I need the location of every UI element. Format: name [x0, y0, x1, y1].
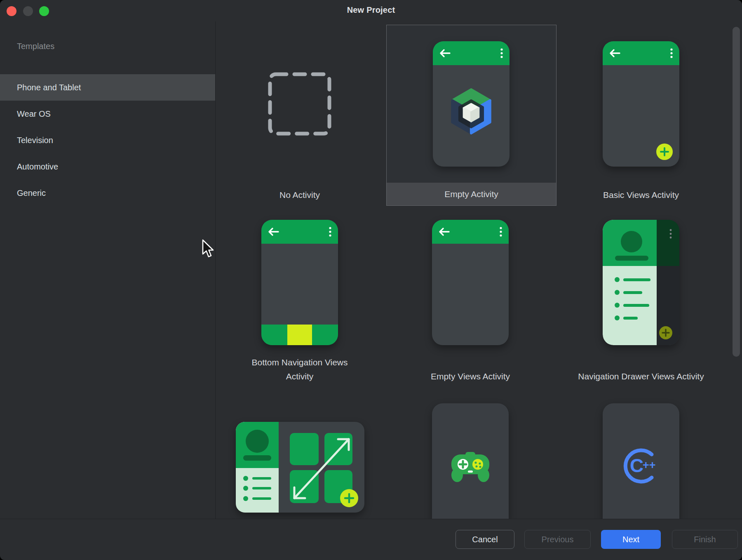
selected-label-strip: Empty Activity	[387, 183, 556, 205]
bottom-nav-bar	[261, 325, 338, 345]
svg-text:++: ++	[643, 459, 656, 471]
drawer-header	[603, 220, 657, 266]
drawer-header	[236, 422, 279, 468]
vertical-scrollbar-thumb[interactable]	[733, 27, 740, 357]
cpp-logo-icon: C ++	[619, 445, 663, 487]
game-controller-phone	[432, 403, 509, 519]
template-label: Bottom Navigation Views Activity	[244, 355, 355, 384]
template-adaptive-layout[interactable]	[236, 422, 364, 513]
fab-plus-dim-icon	[659, 326, 672, 339]
back-arrow-icon	[608, 49, 622, 58]
template-label: Basic Views Activity	[559, 188, 723, 202]
overflow-menu-icon	[500, 48, 503, 58]
sidebar-item-phone-and-tablet[interactable]: Phone and Tablet	[0, 74, 215, 101]
phone-with-nav-drawer	[603, 220, 679, 345]
template-label: No Activity	[217, 188, 382, 202]
cpp-logo-phone: C ++	[603, 403, 679, 519]
phone-appbar	[261, 220, 338, 244]
sidebar-item-label: Phone and Tablet	[17, 83, 81, 92]
plain-phone	[432, 220, 509, 345]
dashed-placeholder-icon	[268, 72, 332, 136]
svg-text:C: C	[630, 455, 643, 476]
drawer-title-bar	[615, 256, 648, 261]
overflow-menu-icon	[670, 48, 673, 58]
footer-divider	[0, 519, 742, 519]
template-gallery: No Activity	[216, 21, 742, 519]
phone-appbar	[433, 41, 510, 65]
back-arrow-icon	[438, 227, 451, 236]
template-empty-activity-selected[interactable]: Empty Activity	[386, 25, 556, 206]
avatar	[246, 430, 269, 453]
drawer-list-item	[603, 290, 657, 295]
new-project-dialog: New Project Templates Phone and Tablet W…	[0, 0, 742, 560]
nav-drawer-panel	[603, 220, 657, 345]
templates-header: Templates	[17, 42, 54, 51]
sidebar-item-label: Television	[17, 136, 53, 145]
drawer-list-item	[603, 277, 657, 282]
adaptive-drawer-strip	[236, 422, 279, 513]
drawer-list-item	[603, 303, 657, 308]
previous-button[interactable]: Previous	[524, 530, 591, 549]
overflow-menu-icon	[669, 229, 672, 239]
drawer-title-bar	[243, 455, 271, 461]
template-label: Empty Activity	[387, 187, 556, 201]
fab-plus-icon	[656, 144, 673, 160]
phone-appbar	[603, 41, 679, 65]
game-controller-icon	[448, 449, 493, 483]
sidebar-item-television[interactable]: Television	[0, 127, 215, 153]
phone-appbar	[432, 220, 509, 244]
fab-plus-icon	[340, 489, 358, 507]
overflow-menu-icon	[500, 227, 502, 237]
back-arrow-icon	[439, 49, 452, 58]
drawer-list-item	[603, 315, 657, 321]
bottom-nav-selected-segment	[287, 325, 312, 345]
compose-logo-phone	[433, 41, 510, 167]
mouse-cursor	[201, 239, 215, 259]
back-arrow-icon	[267, 227, 280, 236]
template-label: Navigation Drawer Views Activity	[559, 369, 723, 384]
sidebar-item-label: Automotive	[17, 162, 58, 171]
sidebar-item-automotive[interactable]: Automotive	[0, 153, 215, 180]
next-button[interactable]: Next	[601, 530, 661, 549]
avatar	[621, 231, 642, 252]
phone-with-bottom-nav	[261, 220, 338, 345]
phone-with-fab	[603, 41, 679, 167]
titlebar: New Project	[0, 0, 742, 21]
sidebar-item-label: Generic	[17, 188, 46, 198]
dialog-window: New Project Templates Phone and Tablet W…	[0, 0, 742, 560]
jetpack-compose-logo	[446, 85, 496, 138]
dialog-title: New Project	[0, 5, 742, 15]
sidebar-item-label: Wear OS	[17, 109, 51, 118]
cancel-button[interactable]: Cancel	[456, 530, 514, 549]
sidebar-item-wear-os[interactable]: Wear OS	[0, 101, 215, 127]
finish-button[interactable]: Finish	[672, 530, 738, 549]
template-label: Empty Views Activity	[388, 369, 553, 384]
sidebar-item-generic[interactable]: Generic	[0, 180, 215, 206]
overflow-menu-icon	[329, 227, 331, 237]
